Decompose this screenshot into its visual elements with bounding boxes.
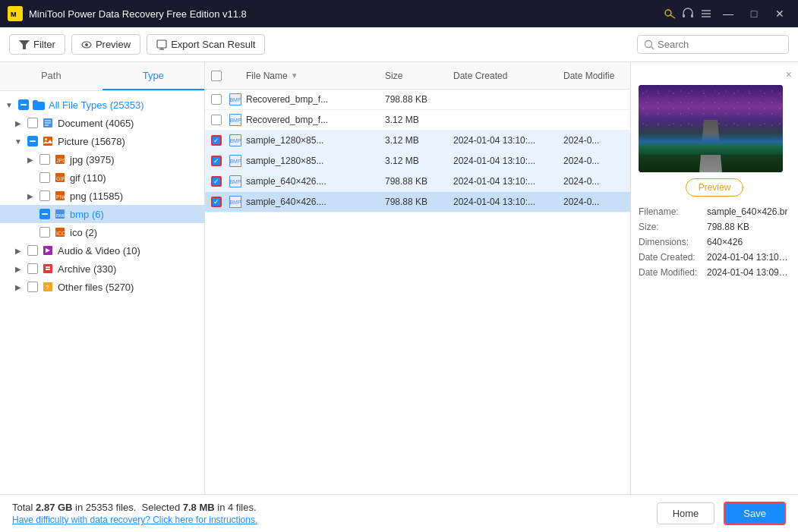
checkbox-pic[interactable] [27,136,38,146]
row-name-5: sample_640×426.... [246,176,385,187]
maximize-button[interactable]: □ [743,6,765,21]
tree-label-doc: Document (4065) [58,118,134,129]
search-input[interactable] [658,39,779,50]
row-checkbox-2[interactable] [211,115,222,125]
tree-item-jpg[interactable]: ▶ JPG jpg (3975) [0,150,204,168]
tree-item-all[interactable]: ▼ All File Types (25353) [0,96,204,114]
modified-label: Date Modified: [639,267,707,278]
row-checkbox-3[interactable]: ✓ [211,135,222,146]
svg-point-11 [85,43,88,46]
archive-icon [41,262,55,275]
preview-button[interactable]: Preview [71,34,140,55]
dimensions-value: 640×426 [707,237,743,247]
checkbox-audio[interactable] [27,245,38,256]
svg-rect-35 [46,266,50,268]
expand-doc-icon: ▶ [12,117,24,129]
status-info: Total 2.87 GB in 25353 files. Selected 7… [12,502,257,525]
svg-rect-36 [46,269,50,270]
right-panel: × Preview Filename: sample_640×426.br Si… [631,62,798,494]
headphone-icon[interactable] [681,7,695,20]
row-checkbox-5[interactable]: ✓ [211,176,222,187]
size-label: Size: [639,222,707,232]
row-file-icon-3: BMP [228,134,243,146]
col-header-size: Size [385,71,453,81]
left-panel: Path Type ▼ All File Types (25353) ▶ [0,62,205,494]
row-size-2: 3.12 MB [385,115,453,125]
tree-item-pic[interactable]: ▼ Picture (15678) [0,132,204,150]
tree-label-png: png (11585) [70,190,123,202]
tree-label-pic: Picture (15678) [58,136,125,147]
modified-value: 2024-01-04 13:09:19 [707,267,790,278]
close-button[interactable]: ✕ [769,6,790,21]
checkbox-jpg[interactable] [39,154,50,165]
key-icon[interactable] [663,7,677,20]
tab-type[interactable]: Type [103,62,205,90]
svg-text:ICO: ICO [56,231,65,236]
filter-label: Filter [33,39,55,50]
ico-icon: ICO [53,225,67,239]
checkbox-ico[interactable] [39,227,50,238]
checkbox-other[interactable] [27,282,38,292]
file-info: Filename: sample_640×426.br Size: 798.88… [639,204,790,280]
status-bar: Total 2.87 GB in 25353 files. Selected 7… [0,494,798,532]
filter-button[interactable]: Filter [9,34,65,55]
preview-action-button[interactable]: Preview [686,178,744,197]
file-row-2[interactable]: BMP Recovered_bmp_f... 3.12 MB [205,110,630,131]
file-list-header: File Name ▼ Size Date Created Date Modif… [205,62,630,90]
file-row-5[interactable]: ✓ BMP sample_640×426.... 798.88 KB 2024-… [205,172,630,192]
minimize-button[interactable]: — [718,6,739,21]
file-row-3[interactable]: ✓ BMP sample_1280×85... 3.12 MB 2024-01-… [205,131,630,151]
checkbox-archive[interactable] [27,263,38,274]
home-button[interactable]: Home [657,502,715,524]
expand-audio-icon: ▶ [12,244,24,257]
export-button[interactable]: Export Scan Result [147,34,265,55]
bmp-icon: BMP [53,207,67,221]
tree-label-bmp: bmp (6) [70,209,104,220]
row-created-4: 2024-01-04 13:10:... [453,156,563,166]
checkbox-all[interactable] [18,99,29,110]
checkbox-png[interactable] [39,190,50,201]
row-name-3: sample_1280×85... [246,135,385,146]
checkbox-bmp[interactable] [39,209,50,219]
gif-icon: GIF [53,171,67,184]
close-preview-button[interactable]: × [786,68,792,80]
svg-line-3 [670,15,675,18]
checkbox-gif[interactable] [39,172,50,183]
tab-path[interactable]: Path [0,62,103,90]
menu-icon[interactable] [699,7,713,20]
filename-label: Filename: [639,206,707,217]
tree-item-bmp[interactable]: BMP bmp (6) [0,205,204,223]
main-area: Path Type ▼ All File Types (25353) ▶ [0,62,798,494]
header-checkbox[interactable] [211,71,222,81]
row-created-3: 2024-01-04 13:10:... [453,135,563,146]
row-name-6: sample_640×426.... [246,197,385,207]
save-button[interactable]: Save [724,502,786,525]
filter-icon [19,39,30,50]
size-value: 798.88 KB [707,222,749,232]
col-header-name: File Name ▼ [246,71,385,81]
titlebar: M MiniTool Power Data Recovery Free Edit… [0,0,798,27]
svg-rect-12 [157,40,166,48]
tree-item-audio[interactable]: ▶ Audio & Video (10) [0,241,204,260]
help-link[interactable]: Have difficulty with data recovery? Clic… [12,515,257,525]
search-icon [644,39,654,50]
tree-item-gif[interactable]: GIF gif (110) [0,168,204,187]
row-modified-4: 2024-0... [563,156,624,166]
file-row-1[interactable]: BMP Recovered_bmp_f... 798.88 KB [205,90,630,110]
file-row-6[interactable]: ✓ BMP sample_640×426.... 798.88 KB 2024-… [205,192,630,212]
checkbox-doc[interactable] [27,118,38,128]
svg-text:GIF: GIF [56,176,65,181]
tree-item-archive[interactable]: ▶ Archive (330) [0,260,204,278]
tree-item-ico[interactable]: ICO ico (2) [0,223,204,241]
tree-label-gif: gif (110) [70,172,106,184]
row-checkbox-1[interactable] [211,94,222,105]
tree-item-png[interactable]: ▶ PNG png (11585) [0,187,204,205]
tree-item-other[interactable]: ▶ ? Other files (5270) [0,278,204,296]
tree-item-doc[interactable]: ▶ Document (4065) [0,114,204,132]
row-checkbox-4[interactable]: ✓ [211,156,222,166]
header-file-icon [228,69,243,83]
row-size-1: 798.88 KB [385,94,453,105]
row-checkbox-6[interactable]: ✓ [211,197,222,207]
file-row-4[interactable]: ✓ BMP sample_1280×85... 3.12 MB 2024-01-… [205,151,630,172]
tree-label-jpg: jpg (3975) [70,154,115,165]
